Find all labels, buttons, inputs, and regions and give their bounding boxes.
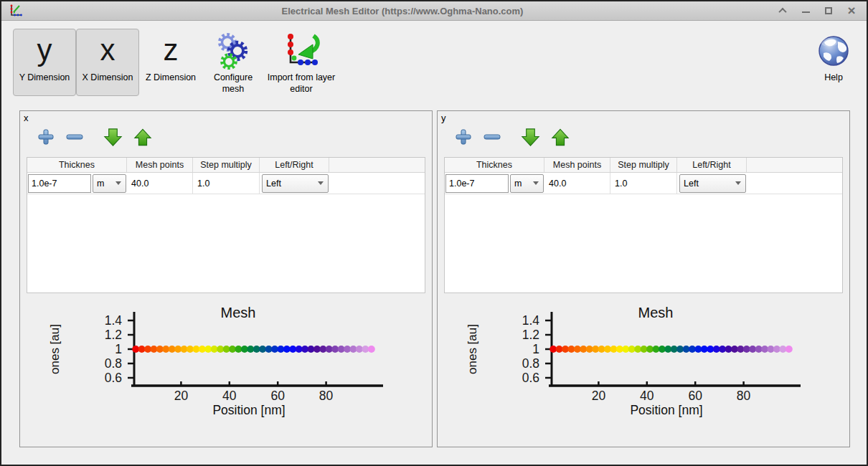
chevron-down-icon — [533, 181, 539, 185]
arrow-down-icon — [521, 128, 540, 147]
x-tick-label: 20 — [174, 389, 189, 403]
mesh-point — [786, 346, 793, 353]
header-filler — [747, 158, 842, 172]
header-step-multiply: Step multiply — [193, 158, 260, 172]
help-button[interactable]: Help — [811, 29, 857, 96]
window-title: Electrical Mesh Editor (https://www.Oghm… — [27, 6, 778, 16]
plus-icon — [37, 128, 55, 146]
mesh-points-cell[interactable]: 40.0 — [127, 173, 193, 194]
header-step-multiply: Step multiply — [610, 158, 677, 172]
thickness-input[interactable] — [28, 174, 91, 193]
help-label: Help — [803, 72, 864, 83]
arrow-up-icon — [133, 128, 152, 147]
x-axis-label: Position [nm] — [212, 403, 285, 417]
configure-mesh-label: Configure mesh — [203, 72, 263, 95]
side-value: Left — [684, 179, 699, 189]
y-tick-label: 0.6 — [105, 371, 122, 385]
x-dimension-label: X Dimension — [77, 72, 138, 83]
mesh-table: Thicknes Mesh points Step multiply Left/… — [444, 157, 843, 293]
maximize-icon — [825, 7, 832, 14]
unit-select[interactable]: m — [510, 174, 544, 193]
z-dimension-button[interactable]: z Z Dimension — [139, 29, 202, 96]
minimize-icon — [802, 11, 810, 13]
y-glyph: y — [37, 30, 52, 72]
y-tick-label: 0.8 — [105, 356, 122, 371]
step-multiply-cell[interactable]: 1.0 — [193, 173, 260, 194]
app-icon[interactable] — [9, 4, 23, 18]
close-icon: × — [847, 6, 855, 16]
panel-y-label: y — [441, 113, 446, 123]
z-dimension-label: Z Dimension — [141, 72, 201, 83]
electrical-mesh-editor-window: Electrical Mesh Editor (https://www.Oghm… — [0, 0, 868, 466]
main-toolbar: y Y Dimension x X Dimension z Z Dimensio… — [1, 21, 867, 107]
remove-row-button[interactable] — [483, 128, 501, 146]
x-tick-label: 20 — [592, 389, 606, 403]
panel-x-label: x — [24, 113, 29, 123]
y-tick-label: 1 — [532, 342, 539, 356]
y-tick-label: 1.2 — [522, 328, 539, 342]
move-up-button[interactable] — [133, 128, 152, 147]
minimize-button[interactable] — [801, 6, 811, 16]
import-from-layer-editor-label: Import from layer editor — [265, 72, 337, 95]
header-mesh-points: Mesh points — [127, 158, 193, 172]
header-thicknes: Thicknes — [445, 158, 544, 172]
y-dimension-label: Y Dimension — [14, 72, 75, 83]
mesh-plot: 1.41.210.80.620406080MeshPosition [nm]on… — [444, 305, 843, 419]
x-tick-label: 80 — [319, 389, 334, 403]
table-row: m 40.0 1.0 Left — [445, 173, 842, 194]
x-tick-label: 40 — [640, 389, 654, 403]
mesh-point — [556, 346, 563, 353]
minus-icon — [65, 128, 84, 146]
chevron-down-icon — [318, 181, 324, 185]
close-button[interactable]: × — [846, 6, 857, 16]
arrow-down-icon — [103, 128, 123, 147]
arrow-up-icon — [551, 128, 570, 147]
move-down-button[interactable] — [521, 128, 540, 147]
panel-y: y — [437, 110, 850, 447]
step-multiply-cell[interactable]: 1.0 — [610, 173, 677, 194]
configure-mesh-button[interactable]: Configure mesh — [202, 29, 264, 96]
y-tick-label: 1.4 — [522, 313, 540, 328]
mesh-points-cell[interactable]: 40.0 — [544, 173, 610, 194]
table-header: Thicknes Mesh points Step multiply Left/… — [445, 158, 842, 173]
mesh-point — [368, 346, 375, 353]
x-tick-label: 40 — [222, 389, 237, 403]
side-select[interactable]: Left — [679, 174, 746, 193]
y-tick-label: 1 — [115, 342, 122, 356]
x-dimension-button[interactable]: x X Dimension — [76, 29, 139, 96]
y-dimension-button[interactable]: y Y Dimension — [13, 29, 76, 96]
header-left-right: Left/Right — [677, 158, 747, 172]
x-tick-label: 80 — [737, 389, 751, 403]
minus-icon — [483, 128, 501, 146]
axis-import-icon — [283, 30, 320, 72]
x-axis-label: Position [nm] — [630, 403, 702, 417]
header-left-right: Left/Right — [260, 158, 329, 172]
panel-y-toolbar — [455, 127, 849, 147]
chevron-down-icon — [115, 181, 121, 185]
panels-area: x — [1, 107, 867, 447]
move-up-button[interactable] — [551, 128, 570, 147]
side-value: Left — [266, 179, 281, 189]
maximize-button[interactable] — [824, 6, 834, 16]
mesh-point — [749, 346, 756, 353]
add-row-button[interactable] — [37, 128, 55, 146]
x-tick-label: 60 — [688, 389, 702, 403]
z-glyph: z — [164, 30, 179, 72]
x-glyph: x — [100, 30, 115, 72]
chevron-down-icon — [735, 181, 741, 185]
side-select[interactable]: Left — [262, 174, 329, 193]
mesh-point — [580, 346, 587, 353]
globe-icon — [817, 30, 850, 72]
panel-x-toolbar — [37, 127, 432, 147]
import-from-layer-editor-button[interactable]: Import from layer editor — [264, 29, 339, 96]
shade-button[interactable] — [778, 6, 788, 16]
unit-select[interactable]: m — [93, 174, 126, 193]
move-down-button[interactable] — [103, 128, 123, 147]
add-row-button[interactable] — [455, 128, 472, 146]
y-tick-label: 1.2 — [105, 328, 122, 342]
y-axis-label: ones [au] — [466, 324, 479, 374]
thickness-input[interactable] — [445, 174, 509, 193]
header-filler — [329, 158, 425, 172]
mesh-plot: 1.41.210.80.620406080MeshPosition [nm]on… — [27, 305, 425, 419]
remove-row-button[interactable] — [65, 128, 84, 146]
